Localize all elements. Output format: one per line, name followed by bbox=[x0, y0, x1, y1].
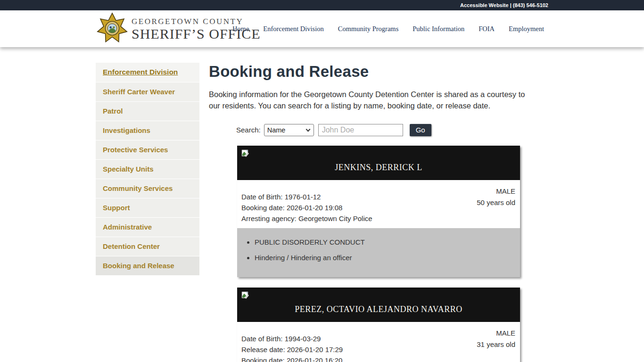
search-type-select-wrap: Name bbox=[264, 124, 314, 136]
sheriff-star-badge-icon bbox=[97, 12, 128, 44]
sidebar-menu: Enforcement Division Sheriff Carter Weav… bbox=[96, 63, 199, 276]
record-release-date: Release date: 2026-01-20 17:29 bbox=[241, 344, 516, 355]
charge-item: Hindering / Hindering an officer bbox=[255, 254, 520, 262]
record-details: MALE 50 years old Date of Birth: 1976-01… bbox=[237, 180, 520, 228]
booking-search-form: Search: Name Go bbox=[236, 124, 539, 136]
main-column: Booking and Release Booking information … bbox=[209, 63, 539, 362]
sidebar-item-support[interactable]: Support bbox=[96, 198, 199, 218]
sidebar-item-sheriff-carter-weaver[interactable]: Sheriff Carter Weaver bbox=[96, 82, 199, 102]
sidebar-item-protective-services[interactable]: Protective Services bbox=[96, 140, 199, 160]
accessibility-topbar: Accessible Website | (843) 546-5102 bbox=[0, 0, 644, 10]
intro-paragraph: Booking information for the Georgetown C… bbox=[209, 89, 537, 112]
sidebar-item-community-services[interactable]: Community Services bbox=[96, 179, 199, 198]
record-arresting-agency: Arresting agency: Georgetown City Police bbox=[241, 213, 516, 224]
nav-item-public-information[interactable]: Public Information bbox=[413, 25, 464, 33]
sidebar-item-specialty-units[interactable]: Specialty Units bbox=[96, 160, 199, 179]
page-content: Enforcement Division Sheriff Carter Weav… bbox=[0, 47, 644, 362]
booking-records-list: JENKINS, DERRICK L MALE 50 years old Dat… bbox=[237, 146, 520, 362]
booking-record-card: JENKINS, DERRICK L MALE 50 years old Dat… bbox=[237, 146, 520, 277]
main-nav: Home Enforcement Division Community Prog… bbox=[232, 25, 544, 33]
record-booking-date: Booking date: 2026-01-20 16:20 bbox=[241, 355, 516, 362]
charge-item: PUBLIC DISORDERLY CONDUCT bbox=[255, 238, 520, 246]
record-meta: MALE 31 years old bbox=[477, 328, 515, 350]
nav-item-foia[interactable]: FOIA bbox=[479, 25, 495, 33]
record-age: 31 years old bbox=[477, 339, 515, 350]
nav-item-employment[interactable]: Employment bbox=[509, 25, 544, 33]
inmate-name: JENKINS, DERRICK L bbox=[237, 163, 520, 173]
record-meta: MALE 50 years old bbox=[477, 186, 515, 208]
record-header: PEREZ, OCTAVIO ALEJANDRO NAVARRO bbox=[237, 288, 520, 322]
record-gender: MALE bbox=[477, 186, 515, 197]
sidebar-item-investigations[interactable]: Investigations bbox=[96, 121, 199, 140]
search-input[interactable] bbox=[318, 124, 403, 136]
search-label: Search: bbox=[236, 126, 261, 134]
nav-item-enforcement-division[interactable]: Enforcement Division bbox=[263, 25, 323, 33]
sidebar-item-enforcement-division[interactable]: Enforcement Division bbox=[96, 63, 199, 82]
booking-record-card: PEREZ, OCTAVIO ALEJANDRO NAVARRO MALE 31… bbox=[237, 288, 520, 362]
record-booking-date: Booking date: 2026-01-20 19:08 bbox=[241, 202, 516, 213]
go-button[interactable]: Go bbox=[410, 124, 431, 136]
record-header: JENKINS, DERRICK L bbox=[237, 146, 520, 180]
broken-image-icon bbox=[241, 149, 249, 157]
inmate-name: PEREZ, OCTAVIO ALEJANDRO NAVARRO bbox=[237, 304, 520, 314]
sidebar-item-administrative[interactable]: Administrative bbox=[96, 218, 199, 237]
record-age: 50 years old bbox=[477, 197, 515, 208]
search-type-select[interactable]: Name bbox=[264, 124, 314, 136]
record-charges: PUBLIC DISORDERLY CONDUCT Hindering / Hi… bbox=[237, 228, 520, 277]
sidebar-item-patrol[interactable]: Patrol bbox=[96, 102, 199, 121]
page-title: Booking and Release bbox=[209, 63, 539, 81]
nav-item-home[interactable]: Home bbox=[232, 25, 249, 33]
record-dob: Date of Birth: 1994-03-29 bbox=[241, 333, 516, 344]
sidebar-item-booking-and-release[interactable]: Booking and Release bbox=[96, 256, 199, 276]
record-gender: MALE bbox=[477, 328, 515, 339]
record-details: MALE 31 years old Date of Birth: 1994-03… bbox=[237, 322, 520, 362]
broken-image-icon bbox=[241, 291, 249, 299]
sidebar-item-detention-center[interactable]: Detention Center bbox=[96, 237, 199, 256]
record-dob: Date of Birth: 1976-01-12 bbox=[241, 191, 516, 202]
nav-item-community-programs[interactable]: Community Programs bbox=[338, 25, 399, 33]
topbar-link[interactable]: Accessible Website | (843) 546-5102 bbox=[460, 2, 548, 8]
site-header: GEORGETOWN COUNTY SHERIFF’S OFFICE Home … bbox=[0, 10, 644, 47]
